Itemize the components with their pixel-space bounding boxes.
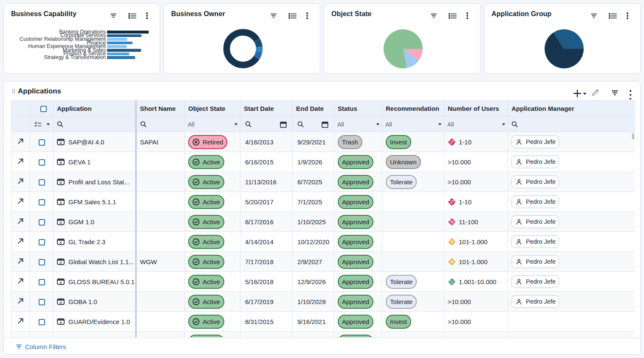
svg-text:A: A [59, 181, 62, 185]
svg-text:A: A [59, 141, 62, 145]
svg-text:A: A [59, 321, 62, 324]
svg-text:A: A [59, 261, 62, 265]
svg-text:A: A [59, 301, 62, 304]
svg-text:A: A [59, 201, 62, 205]
svg-text:A: A [59, 281, 62, 285]
svg-text:A: A [59, 221, 62, 225]
svg-text:A: A [59, 161, 62, 165]
svg-text:A: A [59, 241, 62, 245]
